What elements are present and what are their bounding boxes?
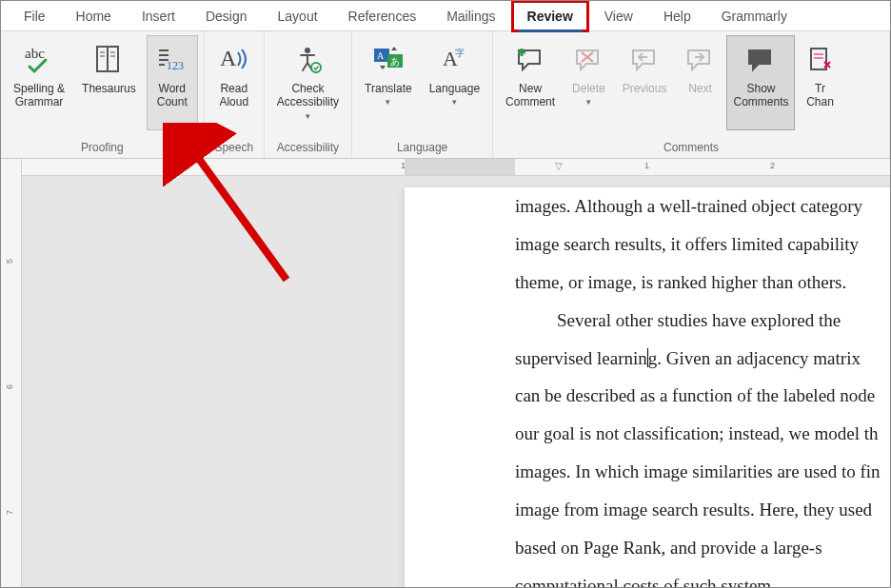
language-icon: A 字 — [438, 40, 470, 78]
group-language-label: Language — [358, 139, 486, 156]
group-comments-label: Comments — [499, 139, 883, 156]
tab-help[interactable]: Help — [648, 1, 706, 31]
language-label: Language — [429, 82, 480, 95]
tab-mailings[interactable]: Mailings — [431, 1, 510, 31]
show-comments-label: Show Comments — [733, 82, 788, 109]
next-comment-button[interactable]: Next — [677, 35, 723, 130]
group-speech: A Read Aloud Speech — [205, 31, 265, 158]
language-button[interactable]: A 字 Language ▾ — [423, 35, 486, 130]
text-run: supervised learnin — [515, 348, 647, 368]
text-line: theme, or image, is ranked higher than o… — [515, 264, 891, 302]
ruler-v-mark: 7 — [5, 510, 14, 515]
group-accessibility-label: Accessibility — [270, 139, 346, 156]
translate-button[interactable]: A あ Translate ▾ — [358, 35, 419, 130]
word-count-label: Word Count — [157, 82, 188, 109]
ruler-v-mark: 5 — [5, 259, 14, 264]
track-changes-icon — [805, 40, 834, 78]
tab-references[interactable]: References — [333, 1, 432, 31]
check-accessibility-button[interactable]: Check Accessibility ▾ — [270, 35, 346, 130]
text-line: computational costs of such system. — [515, 567, 891, 588]
svg-point-14 — [311, 63, 321, 72]
group-accessibility: Check Accessibility ▾ Accessibility — [265, 31, 352, 158]
spelling-grammar-label: Spelling & Grammar — [13, 82, 65, 109]
svg-text:A: A — [220, 46, 237, 70]
text-line: supervised learning. Given an adjacency … — [515, 340, 891, 378]
show-comments-icon — [744, 40, 777, 78]
thesaurus-label: Thesaurus — [82, 82, 136, 95]
document-workspace: 1 ▽ 1 2 3 5 6 7 images. Although a well-… — [1, 159, 890, 587]
delete-comment-label: Delete — [572, 82, 605, 95]
read-aloud-button[interactable]: A Read Aloud — [210, 35, 258, 130]
text-line: can be described as a function of the la… — [515, 377, 891, 415]
text-line: image search results, it offers limited … — [515, 225, 891, 264]
previous-comment-button[interactable]: Previous — [616, 35, 674, 130]
svg-rect-25 — [811, 49, 826, 69]
text-line: images. In which image similarities are … — [515, 453, 891, 491]
tab-review[interactable]: Review — [511, 0, 589, 32]
new-comment-icon — [514, 40, 546, 78]
text-run: g. Given an adjacency matrix — [648, 348, 861, 368]
indent-marker-icon[interactable]: ▽ — [555, 161, 563, 171]
group-proofing-label: Proofing — [7, 139, 198, 156]
previous-comment-label: Previous — [623, 82, 667, 95]
chevron-down-icon: ▾ — [586, 97, 591, 108]
text-line: image from image search results. Here, t… — [515, 491, 891, 529]
tab-file[interactable]: File — [9, 1, 61, 31]
svg-text:A: A — [377, 50, 385, 61]
ribbon-tabstrip: File Home Insert Design Layout Reference… — [1, 1, 890, 31]
group-comments: New Comment Delete ▾ — [493, 31, 890, 158]
svg-point-13 — [305, 48, 310, 53]
text-line: images. Although a well-trained object c… — [515, 187, 891, 225]
ruler-h-mark: 1 — [401, 161, 406, 170]
delete-comment-icon — [572, 40, 604, 78]
ribbon-review: abc Spelling & Grammar — [1, 31, 890, 159]
spelling-grammar-button[interactable]: abc Spelling & Grammar — [7, 35, 71, 130]
check-accessibility-label: Check Accessibility — [277, 82, 339, 109]
tab-home[interactable]: Home — [61, 1, 127, 31]
chevron-down-icon: ▾ — [386, 97, 390, 108]
tab-grammarly[interactable]: Grammarly — [706, 1, 802, 31]
tab-layout[interactable]: Layout — [263, 1, 333, 31]
tab-insert[interactable]: Insert — [127, 1, 190, 31]
text-line: Several other studies have explored the — [515, 302, 891, 340]
next-comment-label: Next — [688, 82, 712, 95]
text-line: based on Page Rank, and provide a large-… — [515, 529, 891, 567]
new-comment-label: New Comment — [505, 82, 555, 109]
group-proofing: abc Spelling & Grammar — [1, 31, 205, 158]
track-changes-label: Tr Chan — [806, 82, 834, 109]
ruler-h-mark: 2 — [770, 161, 775, 170]
thesaurus-icon — [92, 40, 125, 78]
tab-view[interactable]: View — [589, 1, 648, 31]
text-run: Several other studies have explored the — [557, 310, 841, 330]
chevron-down-icon: ▾ — [306, 111, 310, 122]
svg-text:123: 123 — [167, 59, 184, 72]
read-aloud-icon: A — [217, 40, 251, 78]
delete-comment-button[interactable]: Delete ▾ — [565, 35, 612, 130]
word-count-button[interactable]: 123 Word Count — [147, 35, 198, 130]
translate-icon: A あ — [370, 40, 406, 78]
translate-label: Translate — [365, 82, 412, 95]
group-speech-label: Speech — [210, 139, 258, 156]
read-aloud-label: Read Aloud — [219, 82, 248, 109]
previous-comment-icon — [628, 40, 661, 78]
svg-text:あ: あ — [390, 56, 400, 67]
word-count-icon: 123 — [153, 40, 191, 78]
vertical-ruler[interactable]: 5 6 7 — [1, 159, 22, 587]
track-changes-button[interactable]: Tr Chan — [799, 35, 841, 130]
ruler-h-mark: 1 — [644, 161, 649, 170]
text-line: our goal is not classification; instead,… — [515, 415, 891, 453]
group-language: A あ Translate ▾ A 字 Languag — [352, 31, 493, 158]
new-comment-button[interactable]: New Comment — [499, 35, 562, 130]
next-comment-icon — [683, 40, 716, 78]
show-comments-button[interactable]: Show Comments — [726, 35, 795, 130]
accessibility-icon — [291, 40, 324, 78]
tab-design[interactable]: Design — [190, 1, 263, 31]
svg-text:abc: abc — [25, 46, 45, 61]
chevron-down-icon: ▾ — [452, 97, 457, 108]
ruler-v-mark: 6 — [5, 384, 14, 389]
spelling-icon: abc — [22, 40, 56, 78]
document-page[interactable]: images. Although a well-trained object c… — [405, 187, 891, 588]
horizontal-ruler[interactable]: 1 ▽ 1 2 3 — [22, 159, 890, 176]
svg-text:字: 字 — [455, 48, 465, 58]
thesaurus-button[interactable]: Thesaurus — [75, 35, 143, 130]
